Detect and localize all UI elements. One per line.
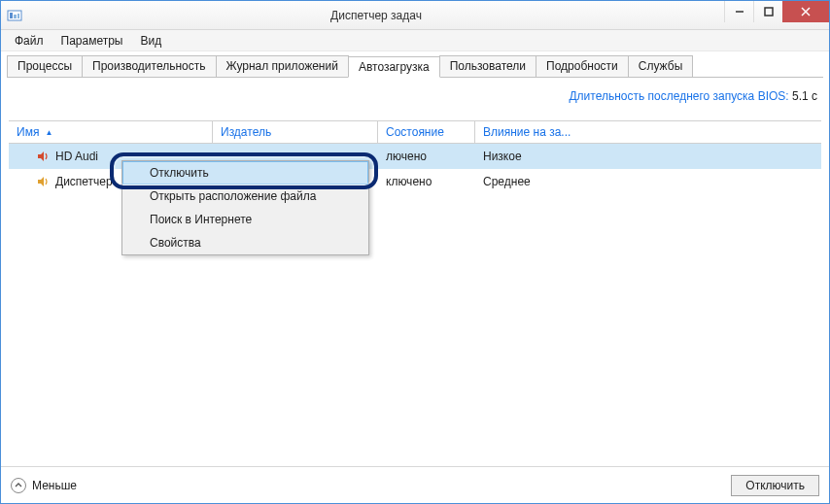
tab-details[interactable]: Подробности	[536, 55, 629, 77]
fewer-details-label: Меньше	[32, 479, 77, 492]
tab-processes[interactable]: Процессы	[7, 55, 83, 77]
title-bar[interactable]: Диспетчер задач	[1, 1, 829, 30]
menu-file[interactable]: Файл	[7, 32, 52, 50]
svg-rect-1	[10, 13, 13, 18]
window-controls	[724, 1, 829, 29]
ctx-properties[interactable]: Свойства	[122, 231, 368, 254]
tabs-container: Процессы Производительность Журнал прило…	[1, 51, 829, 78]
tab-performance[interactable]: Производительность	[82, 55, 216, 77]
tab-users[interactable]: Пользователи	[439, 55, 536, 77]
svg-rect-3	[17, 14, 19, 18]
bios-duration-label: Длительность последнего запуска BIOS: 5.…	[9, 84, 821, 120]
disable-button[interactable]: Отключить	[731, 475, 819, 496]
window-title: Диспетчер задач	[28, 9, 724, 22]
table-header: Имя ▲ Издатель Состояние Влияние на за..…	[9, 120, 821, 144]
context-menu: Отключить Открыть расположение файла Пои…	[121, 160, 369, 255]
chevron-up-icon	[11, 478, 26, 493]
cell-state: ключено	[378, 175, 475, 188]
menu-params[interactable]: Параметры	[53, 32, 131, 50]
cell-impact: Среднее	[475, 175, 611, 188]
ctx-open-file-location[interactable]: Открыть расположение файла	[122, 185, 368, 208]
tab-startup[interactable]: Автозагрузка	[348, 56, 440, 78]
bios-value: 5.1 c	[792, 89, 817, 103]
cell-state: лючено	[378, 150, 475, 163]
menu-view[interactable]: Вид	[132, 32, 169, 50]
ctx-disable[interactable]: Отключить	[122, 161, 368, 185]
col-header-name-label: Имя	[17, 125, 39, 139]
cell-impact: Низкое	[475, 150, 611, 163]
svg-rect-2	[14, 15, 17, 18]
menu-bar: Файл Параметры Вид	[1, 30, 829, 51]
close-button[interactable]	[782, 1, 829, 22]
tab-services[interactable]: Службы	[628, 55, 693, 77]
col-header-state[interactable]: Состояние	[378, 121, 475, 143]
app-icon	[7, 8, 22, 23]
cell-name-text: HD Audi	[55, 150, 98, 163]
speaker-icon	[36, 175, 50, 188]
bios-label: Длительность последнего запуска BIOS:	[569, 89, 788, 103]
sort-indicator-icon: ▲	[45, 128, 52, 137]
content-area: Длительность последнего запуска BIOS: 5.…	[1, 78, 829, 466]
svg-rect-5	[765, 8, 773, 16]
maximize-button[interactable]	[753, 1, 782, 22]
tab-apphistory[interactable]: Журнал приложений	[216, 55, 349, 77]
col-header-impact[interactable]: Влияние на за...	[475, 121, 611, 143]
speaker-icon	[36, 150, 50, 163]
cell-name-text: Диспетчер	[55, 175, 113, 188]
minimize-button[interactable]	[724, 1, 753, 22]
footer: Меньше Отключить	[1, 466, 829, 503]
fewer-details-button[interactable]: Меньше	[11, 478, 77, 493]
col-header-publisher[interactable]: Издатель	[213, 121, 378, 143]
col-header-name[interactable]: Имя ▲	[9, 121, 213, 143]
ctx-search-online[interactable]: Поиск в Интернете	[122, 208, 368, 231]
tabs: Процессы Производительность Журнал прило…	[7, 55, 823, 78]
